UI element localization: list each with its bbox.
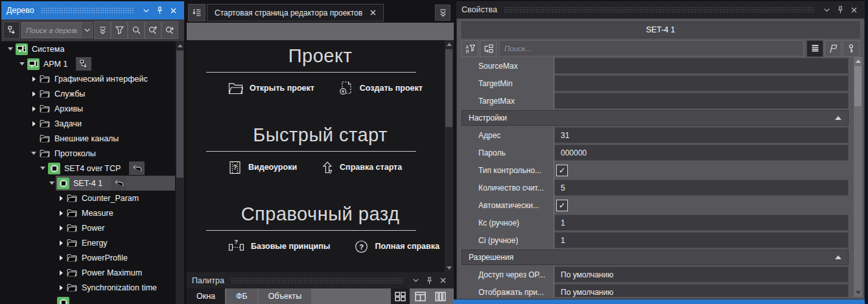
pin-panel-button[interactable] (424, 275, 435, 286)
start-link[interactable]: Открыть проект (228, 82, 314, 95)
tree-search-input[interactable] (21, 22, 81, 38)
properties-search-input[interactable] (499, 40, 804, 56)
panel-menu-button[interactable] (141, 5, 152, 16)
pin-panel-button[interactable] (154, 5, 165, 16)
flag-view-button[interactable] (825, 40, 841, 57)
checkbox[interactable]: ✓ (556, 165, 568, 176)
property-section-header[interactable]: Разрешения (462, 250, 849, 265)
tab-close-button[interactable] (370, 10, 376, 16)
start-page-tab[interactable]: Стартовая страница редактора проектов (207, 4, 384, 21)
expand-arrow-icon[interactable] (57, 280, 65, 295)
tree-item[interactable]: SET4 over TCP (1, 161, 184, 176)
tree-item[interactable]: Система (1, 41, 184, 56)
property-value[interactable] (554, 75, 849, 91)
start-page-scrollbar[interactable] (445, 40, 453, 272)
tree-item[interactable]: Задачи (1, 116, 184, 131)
panel-menu-button[interactable] (410, 275, 421, 286)
palette-tab[interactable]: Объекты (259, 288, 312, 304)
tree-item[interactable]: Внешние каналы (1, 131, 184, 146)
tree-item[interactable] (1, 295, 184, 304)
collapse-all-button[interactable] (94, 21, 111, 39)
tree-item[interactable]: SET-4 1 (1, 176, 184, 191)
close-panel-button[interactable] (168, 5, 179, 16)
expand-arrow-icon[interactable] (30, 86, 38, 101)
list-view-button[interactable] (806, 40, 823, 57)
collapse-arrow-icon[interactable] (18, 56, 26, 71)
tree-item[interactable]: Energy (1, 235, 184, 250)
tree-item[interactable]: Службы (1, 86, 184, 101)
property-value[interactable]: По умолчанию (554, 266, 849, 283)
close-panel-button[interactable] (438, 275, 449, 286)
expand-arrow-icon[interactable] (57, 205, 65, 220)
expand-arrow-icon[interactable] (57, 235, 65, 250)
drag-handle-dots[interactable] (41, 7, 134, 14)
start-link[interactable]: ?Видеоуроки (228, 161, 297, 174)
close-panel-button[interactable] (849, 5, 860, 15)
collapse-arrow-icon[interactable] (48, 176, 56, 191)
checkbox[interactable]: ✓ (556, 200, 568, 211)
search-next-button[interactable] (161, 21, 178, 39)
start-link[interactable]: ?Справка старта (322, 161, 402, 174)
start-link[interactable]: ?Полная справка (355, 240, 440, 253)
properties-scrollbar-thumb[interactable] (854, 66, 862, 106)
tree-item[interactable]: PowerProfile (1, 250, 184, 265)
start-link[interactable]: ?Базовые принципы (228, 240, 330, 253)
expand-arrow-icon[interactable] (57, 250, 65, 265)
tree-item[interactable]: Counter_Param (1, 191, 184, 205)
undo-badge-button[interactable] (129, 161, 145, 175)
drag-handle-dots[interactable] (504, 6, 815, 13)
table-view-button[interactable] (411, 288, 430, 304)
search-button[interactable] (128, 21, 145, 39)
grid-view-button[interactable] (391, 288, 410, 304)
collapse-editor-button[interactable] (435, 5, 451, 21)
expand-arrow-icon[interactable] (30, 116, 38, 131)
tree-sync-button[interactable] (3, 21, 20, 39)
hierarchy-badge-button[interactable] (76, 57, 91, 71)
property-value[interactable]: 1 (554, 232, 849, 248)
property-value[interactable]: По умолчанию (554, 284, 849, 297)
property-value[interactable] (554, 93, 849, 109)
collapse-section-icon[interactable] (835, 116, 841, 120)
collapse-arrow-icon[interactable] (39, 161, 47, 176)
tree-search-dropdown-button[interactable] (81, 22, 93, 38)
tree-item[interactable]: Архивы (1, 101, 184, 116)
palette-tab[interactable]: Окна (187, 288, 225, 304)
tree-scrollbar-thumb[interactable] (176, 51, 183, 178)
expand-arrow-icon[interactable] (57, 220, 65, 235)
properties-scrollbar[interactable] (854, 57, 862, 297)
property-value[interactable]: 000000 (554, 145, 849, 161)
property-value[interactable]: 5 (554, 180, 849, 196)
property-value[interactable]: 1 (554, 215, 849, 231)
start-link[interactable]: Создать проект (339, 81, 423, 95)
scroll-down-icon[interactable] (854, 288, 862, 297)
property-value[interactable]: 31 (554, 127, 849, 143)
tree-item[interactable]: АРМ 1 (1, 56, 184, 71)
expand-arrow-icon[interactable] (57, 191, 65, 205)
tree-item[interactable]: Measure (1, 205, 184, 220)
scroll-up-icon[interactable] (176, 41, 184, 50)
palette-tab[interactable]: ФБ (226, 288, 257, 304)
tab-list-button[interactable] (188, 4, 205, 21)
pin-panel-button[interactable] (835, 5, 846, 15)
scroll-up-icon[interactable] (854, 57, 862, 65)
collapse-arrow-icon[interactable] (6, 41, 14, 56)
key-properties-button[interactable] (843, 40, 860, 57)
sort-properties-button[interactable]: АЯ (462, 40, 478, 57)
columns-view-button[interactable] (431, 288, 450, 304)
undo-badge-button[interactable] (111, 176, 126, 190)
property-value[interactable] (554, 58, 849, 74)
drag-handle-dots[interactable] (231, 277, 404, 284)
collapse-section-icon[interactable] (835, 255, 841, 259)
panel-menu-button[interactable] (821, 5, 832, 15)
tree-item[interactable]: Протоколы (1, 146, 184, 161)
start-page-scrollbar-thumb[interactable] (445, 49, 452, 127)
filter-button[interactable] (111, 21, 128, 39)
tree-item[interactable]: Power (1, 220, 184, 235)
expand-arrow-icon[interactable] (30, 71, 38, 86)
categorized-view-button[interactable] (480, 40, 497, 57)
tree-item[interactable]: Power Maximum (1, 265, 184, 280)
property-section-header[interactable]: Настройки (462, 110, 849, 126)
scroll-up-icon[interactable] (445, 40, 453, 49)
collapse-arrow-icon[interactable] (30, 146, 38, 161)
search-previous-button[interactable] (145, 21, 161, 39)
